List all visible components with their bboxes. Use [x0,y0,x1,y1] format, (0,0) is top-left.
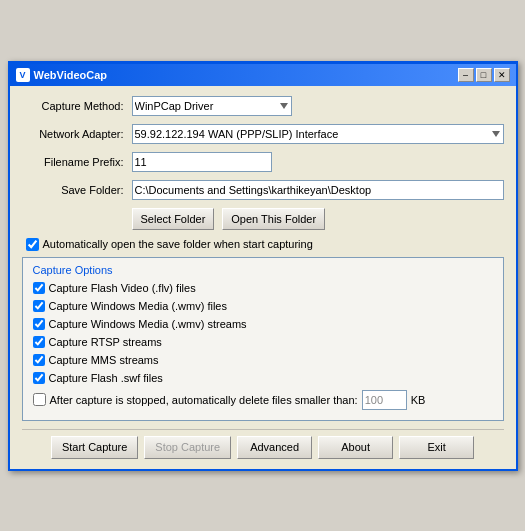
capture-wmv-streams-checkbox[interactable] [33,318,45,330]
window-title: WebVideoCap [34,69,108,81]
select-folder-button[interactable]: Select Folder [132,208,215,230]
main-window: V WebVideoCap – □ ✕ Capture Method: WinP… [8,61,518,471]
exit-button[interactable]: Exit [399,436,474,459]
capture-method-row: Capture Method: WinPCap Driver [22,96,504,116]
capture-mms-checkbox[interactable] [33,354,45,366]
save-folder-label: Save Folder: [22,184,132,196]
capture-rtsp-label: Capture RTSP streams [49,336,162,348]
auto-open-checkbox[interactable] [26,238,39,251]
kb-unit-label: KB [411,394,426,406]
capture-wmv-streams-label: Capture Windows Media (.wmv) streams [49,318,247,330]
capture-swf-label: Capture Flash .swf files [49,372,163,384]
network-adapter-row: Network Adapter: 59.92.122.194 WAN (PPP/… [22,124,504,144]
title-bar: V WebVideoCap – □ ✕ [10,64,516,86]
auto-delete-checkbox[interactable] [33,393,46,406]
filename-prefix-label: Filename Prefix: [22,156,132,168]
bottom-buttons-row: Start Capture Stop Capture Advanced Abou… [22,429,504,459]
capture-flv-row: Capture Flash Video (.flv) files [33,282,493,294]
filename-prefix-input[interactable] [132,152,272,172]
capture-mms-label: Capture MMS streams [49,354,159,366]
title-buttons: – □ ✕ [458,68,510,82]
auto-delete-label: After capture is stopped, automatically … [50,394,358,406]
network-adapter-label: Network Adapter: [22,128,132,140]
filename-prefix-row: Filename Prefix: [22,152,504,172]
folder-buttons-row: Select Folder Open This Folder [132,208,504,230]
capture-flv-label: Capture Flash Video (.flv) files [49,282,196,294]
capture-rtsp-checkbox[interactable] [33,336,45,348]
close-button[interactable]: ✕ [494,68,510,82]
save-folder-wrap [132,180,504,200]
capture-method-label: Capture Method: [22,100,132,112]
capture-wmv-files-label: Capture Windows Media (.wmv) files [49,300,228,312]
capture-options-section: Capture Options Capture Flash Video (.fl… [22,257,504,421]
save-folder-row: Save Folder: [22,180,504,200]
app-icon: V [16,68,30,82]
capture-wmv-files-checkbox[interactable] [33,300,45,312]
capture-method-wrap: WinPCap Driver [132,96,504,116]
capture-wmv-files-row: Capture Windows Media (.wmv) files [33,300,493,312]
capture-wmv-streams-row: Capture Windows Media (.wmv) streams [33,318,493,330]
start-capture-button[interactable]: Start Capture [51,436,138,459]
save-folder-input[interactable] [132,180,504,200]
capture-swf-row: Capture Flash .swf files [33,372,493,384]
minimize-button[interactable]: – [458,68,474,82]
network-adapter-wrap: 59.92.122.194 WAN (PPP/SLIP) Interface [132,124,504,144]
auto-open-label: Automatically open the save folder when … [43,238,313,250]
maximize-button[interactable]: □ [476,68,492,82]
title-bar-left: V WebVideoCap [16,68,108,82]
auto-delete-value-input[interactable] [362,390,407,410]
advanced-button[interactable]: Advanced [237,436,312,459]
capture-mms-row: Capture MMS streams [33,354,493,366]
capture-flv-checkbox[interactable] [33,282,45,294]
network-adapter-select[interactable]: 59.92.122.194 WAN (PPP/SLIP) Interface [132,124,504,144]
capture-swf-checkbox[interactable] [33,372,45,384]
stop-capture-button[interactable]: Stop Capture [144,436,231,459]
auto-open-row: Automatically open the save folder when … [26,238,504,251]
open-folder-button[interactable]: Open This Folder [222,208,325,230]
auto-delete-row: After capture is stopped, automatically … [33,390,493,410]
capture-options-title: Capture Options [33,264,493,276]
window-content: Capture Method: WinPCap Driver Network A… [10,86,516,469]
about-button[interactable]: About [318,436,393,459]
capture-rtsp-row: Capture RTSP streams [33,336,493,348]
capture-method-select[interactable]: WinPCap Driver [132,96,292,116]
filename-prefix-wrap [132,152,504,172]
